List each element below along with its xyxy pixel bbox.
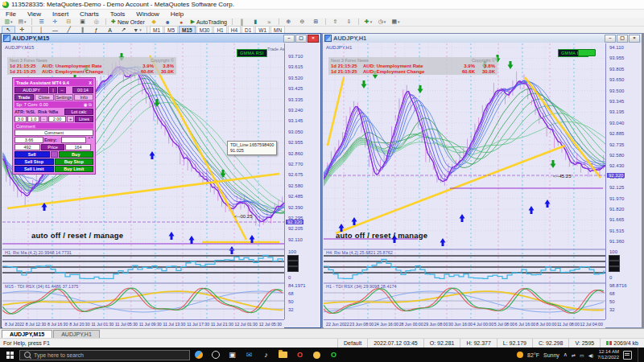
entry-input[interactable] [61,137,86,143]
risk-input[interactable]: 2.00 [48,116,66,122]
trade-panel-lock-icon[interactable]: | [49,87,57,93]
risk-plus-button[interactable]: + [67,116,74,122]
chart-window-titlebar[interactable]: AUDJPY,H1 – ▢ × [323,34,642,43]
menu-item[interactable]: Tools [105,10,131,18]
trade-panel-tab-info[interactable]: Info [74,94,93,101]
line-chart-icon[interactable]: ≈ [262,18,276,27]
close-button[interactable]: × [629,35,640,43]
new-order-button[interactable]: ✚New Order [109,18,147,27]
price-scale[interactable]: 93.71093.61593.52093.42593.33593.24093.1… [284,43,320,319]
lot-calc-button[interactable]: Lot calc [64,109,93,115]
trade-panel-collapse-icon[interactable]: – [58,87,66,93]
metaeditor-icon[interactable]: ◆ [147,18,161,27]
status-profile[interactable]: Default [337,339,367,348]
task-view-icon[interactable]: ▣ [224,348,241,362]
periods-button[interactable]: ◷▾ [375,18,389,27]
autotrading-button[interactable]: ▶AutoTrading [188,18,229,27]
chart-plot-h1[interactable]: AUDJPY,H1 Next 3 Forex News Copyright © … [324,43,605,319]
data-window-icon[interactable]: ✛ [48,18,62,27]
new-chart-button[interactable]: ▥▾ [2,18,15,27]
sl-percent-input[interactable]: 1.0 [27,116,39,122]
trade-assistant-link[interactable]: Trade Assistant MT4 [267,47,284,51]
sell-stop-button[interactable]: Sell Stop [14,158,54,165]
trade-panel-tab-close[interactable]: Close [35,94,54,101]
gmma-rsi-button[interactable]: GMMA RSI [237,49,267,57]
menu-item[interactable]: View [22,10,47,18]
risk-minus-button[interactable]: - [40,116,47,122]
trade-panel-titlebar[interactable]: Trade Assistant MT4 9.4 X [14,79,93,86]
volume-icon[interactable]: ◀) [588,352,594,358]
templates-button[interactable]: ▦▾ [389,18,402,27]
chart-window-titlebar[interactable]: AUDJPY,M15 – ▢ × [2,34,320,43]
restore-button[interactable]: ▢ [295,35,307,43]
market-watch-icon[interactable]: ☰ [35,18,48,27]
taskbar-clock[interactable]: 12:14 AM 7/12/2022 [597,349,619,360]
menu-item[interactable]: Help [165,10,189,18]
tray-expand-icon[interactable]: ∧ [564,352,568,358]
buy-stop-button[interactable]: Buy Stop [55,158,94,165]
minimize-button[interactable]: – [283,35,295,43]
show-desktop-button[interactable] [638,348,642,362]
menu-item[interactable]: File [0,10,22,18]
buy-limit-button[interactable]: Buy Limit [55,166,94,172]
navigator-icon[interactable]: ⊟ [62,18,76,27]
trade-panel-tab-trade[interactable]: Trade [14,94,34,101]
terminal-icon[interactable]: ▣ [76,18,89,27]
sell-button[interactable]: Sell [14,151,50,158]
network-icon[interactable]: ⇄ [572,352,576,358]
close-button[interactable]: × [308,35,319,43]
weather-desc[interactable]: Sunny [543,352,559,358]
trade-panel-header-icons[interactable]: ◉ ⧉ [84,102,92,108]
community-icon[interactable]: ● [175,18,188,27]
tp-points-input[interactable]: 164 [65,144,91,150]
profiles-button[interactable]: ▤▾ [15,18,29,27]
indicators-button[interactable]: ✚▾ [361,18,375,27]
chart-tab-m15[interactable]: AUDJPY,M15 [2,330,52,338]
time-axis[interactable]: 8 Jul 20228 Jul 12:308 Jul 16:308 Jul 20… [2,319,284,328]
chart-plot-m15[interactable]: AUDJPY,M15 Next 3 Forex News Copyright ©… [2,43,284,319]
bar-chart-icon[interactable]: ║ [235,18,249,27]
file-explorer-icon[interactable] [275,348,291,362]
minimize-button[interactable]: – [605,35,616,43]
music-app-icon[interactable]: ♪ [258,348,275,362]
trade-panel-symbol-button[interactable]: AUDJPY [14,87,48,93]
sell-limit-button[interactable]: Sell Limit [14,166,54,172]
zoom-in-icon[interactable]: ⊕ [282,18,295,27]
metaquotes-id-icon[interactable]: ☻ [161,18,175,27]
menu-item[interactable]: Charts [74,10,105,18]
atr-input[interactable]: 3.0 [14,116,27,122]
lot-input[interactable]: 3.66 [14,137,43,143]
order-mode-toggle[interactable] [51,151,58,158]
price-chart-h1[interactable] [324,43,605,319]
arrange-up-icon[interactable]: ⇧ [328,18,342,27]
trade-panel-close-button[interactable]: X [89,80,92,85]
start-button[interactable] [0,348,19,362]
lines-button[interactable]: Lines [75,116,93,122]
time-axis[interactable]: 22 Jun 202223 Jun 08:0024 Jun 16:0028 Ju… [324,319,605,328]
green-app-icon[interactable]: O [325,348,342,362]
restore-button[interactable]: ▢ [617,35,628,43]
weather-temp[interactable]: 82°F [527,352,539,358]
weather-app-icon[interactable] [190,348,207,362]
display-icon[interactable]: ▭ [580,352,584,358]
zoom-out-icon[interactable]: ⊖ [295,18,309,27]
trade-panel-tab-settings[interactable]: Settings [55,94,74,101]
price-button[interactable]: Price [41,144,64,150]
taskbar-search-input[interactable]: Type here to search [19,350,190,360]
strategy-tester-icon[interactable]: ◎ [89,18,103,27]
menu-item[interactable]: Window [130,10,164,18]
sl-points-input[interactable]: 492 [14,144,40,150]
chart-tab-h1[interactable]: AUDJPY,H1 [53,330,100,338]
menu-item[interactable]: Insert [47,10,74,18]
bee-app-icon[interactable] [308,348,325,362]
candlestick-icon[interactable]: ▮ [249,18,262,27]
mail-app-icon[interactable]: ✉ [241,348,258,362]
buy-button[interactable]: Buy [59,151,94,158]
comment-input[interactable]: Comment [14,130,93,136]
price-scale[interactable]: 94.11093.95593.80593.65093.50093.34593.1… [605,43,642,319]
cortana-icon[interactable] [207,348,224,362]
arrange-down-icon[interactable]: ⇩ [342,18,356,27]
opera-browser-icon[interactable]: O [291,348,308,362]
tile-windows-icon[interactable]: ⊞ [309,18,323,27]
entry-spinner[interactable]: ▲▼ [88,137,93,143]
